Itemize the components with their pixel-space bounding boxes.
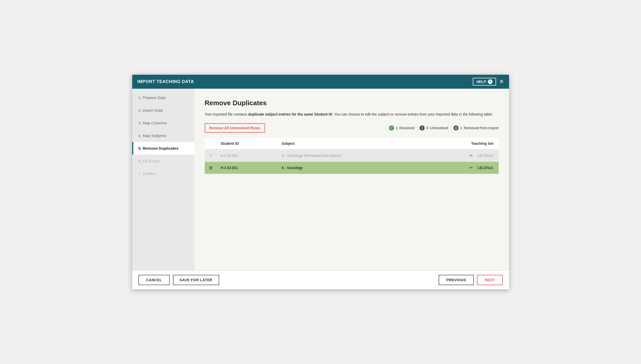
help-icon: ? <box>488 79 492 84</box>
removed-count: 1 <box>460 126 462 130</box>
sidebar: 1. Prepare Data 2. Import Data 3. Map Co… <box>132 89 194 270</box>
help-label: HELP <box>476 80 486 84</box>
footer-left: CANCEL SAVE FOR LATER <box>138 275 219 285</box>
status-row: ✓ 1 Resolved i 0 Unresolved ⊖ 1 Removed … <box>389 125 498 131</box>
subject-cell: A - Sociology (Removed from import) <box>276 149 426 162</box>
modal-title: IMPORT TEACHING DATA <box>137 79 194 84</box>
sidebar-item-prepare-data[interactable]: 1. Prepare Data <box>132 91 194 104</box>
col-icon <box>205 138 216 149</box>
sidebar-item-remove-duplicates[interactable]: 5. Remove Duplicates <box>132 142 194 155</box>
sidebar-item-import-data[interactable]: 2. Import Data <box>132 104 194 117</box>
teaching-set-value: 13C3/So2 <box>477 154 493 158</box>
row-action-cell: 🗑 <box>205 162 216 174</box>
resolved-icon: ✓ <box>389 125 394 131</box>
data-table: Student ID Subject Teaching Set ↺ H.4.ID… <box>205 138 499 174</box>
table-row: 🗑 H.4.ID.001 A - Sociology ✏ 13C3/So1 <box>205 162 499 174</box>
modal-header: IMPORT TEACHING DATA HELP ? ✕ <box>132 75 509 89</box>
unresolved-label: Unresolved <box>430 126 448 130</box>
close-button[interactable]: ✕ <box>499 79 504 85</box>
toolbar-row: Remove All Unresolved Rows ✓ 1 Resolved … <box>205 123 499 133</box>
teaching-set-cell: ✏ 13C3/So1 <box>426 162 498 174</box>
modal-footer: CANCEL SAVE FOR LATER PREVIOUS NEXT <box>132 270 509 289</box>
main-content: Remove Duplicates Your imported file con… <box>194 89 509 270</box>
sidebar-item-map-subjects[interactable]: 4. Map Subjects <box>132 129 194 142</box>
status-removed: ⊖ 1 Removed from import <box>453 125 498 131</box>
help-button[interactable]: HELP ? <box>473 78 496 86</box>
table-wrapper: Student ID Subject Teaching Set ↺ H.4.ID… <box>205 138 499 265</box>
teaching-set-cell: ✏ 13C3/So2 <box>426 149 498 162</box>
remove-all-button[interactable]: Remove All Unresolved Rows <box>205 123 265 133</box>
edit-icon[interactable]: ✏ <box>470 165 473 170</box>
status-unresolved: i 0 Unresolved <box>419 125 448 131</box>
edit-icon[interactable]: ✏ <box>470 153 473 158</box>
student-id-cell: H.4.ID.001 <box>216 149 277 162</box>
col-teaching-set: Teaching Set <box>426 138 498 149</box>
table-row: ↺ H.4.ID.001 A - Sociology (Removed from… <box>205 149 499 162</box>
teaching-set-inner: ✏ 13C3/So1 <box>431 165 493 170</box>
cancel-button[interactable]: CANCEL <box>138 275 170 285</box>
modal-container: IMPORT TEACHING DATA HELP ? ✕ 1. Prepare… <box>132 75 509 289</box>
col-subject: Subject <box>276 138 426 149</box>
resolved-count: 1 <box>396 126 398 130</box>
unresolved-count: 0 <box>426 126 428 130</box>
teaching-set-inner: ✏ 13C3/So2 <box>431 153 493 158</box>
table-body: ↺ H.4.ID.001 A - Sociology (Removed from… <box>205 149 499 174</box>
removed-label: Removed from import <box>464 126 499 130</box>
page-title: Remove Duplicates <box>205 99 499 107</box>
unresolved-icon: i <box>419 125 425 131</box>
resolved-label: Resolved <box>399 126 414 130</box>
table-header: Student ID Subject Teaching Set <box>205 138 499 149</box>
row-action-cell: ↺ <box>205 149 216 162</box>
sidebar-item-fix-errors[interactable]: 6. Fix Errors <box>132 155 194 167</box>
restore-icon[interactable]: ↺ <box>209 153 212 158</box>
student-id-cell: H.4.ID.001 <box>216 162 277 174</box>
delete-icon[interactable]: 🗑 <box>209 165 213 170</box>
teaching-set-value: 13C3/So1 <box>477 166 493 170</box>
removed-icon: ⊖ <box>453 125 459 131</box>
sidebar-item-map-columns[interactable]: 3. Map Columns <box>132 117 194 129</box>
save-for-later-button[interactable]: SAVE FOR LATER <box>173 275 219 285</box>
previous-button[interactable]: PREVIOUS <box>439 275 474 285</box>
sidebar-item-confirm[interactable]: 7. Confirm <box>132 167 194 180</box>
modal-body: 1. Prepare Data 2. Import Data 3. Map Co… <box>132 89 509 270</box>
description: Your imported file contains duplicate su… <box>205 112 499 117</box>
col-student-id: Student ID <box>216 138 277 149</box>
status-resolved: ✓ 1 Resolved <box>389 125 414 131</box>
subject-cell: A - Sociology <box>276 162 426 174</box>
footer-right: PREVIOUS NEXT <box>439 275 503 285</box>
table-header-row: Student ID Subject Teaching Set <box>205 138 499 149</box>
next-button[interactable]: NEXT <box>477 275 503 285</box>
header-actions: HELP ? ✕ <box>473 78 504 86</box>
